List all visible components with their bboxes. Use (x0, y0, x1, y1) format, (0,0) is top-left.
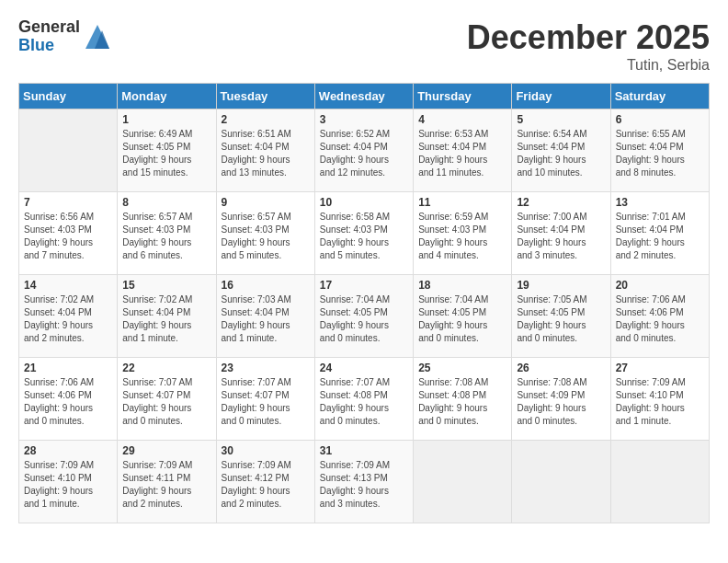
day-number: 22 (122, 362, 210, 374)
day-number: 25 (418, 362, 506, 374)
day-info: Sunrise: 6:57 AM Sunset: 4:03 PM Dayligh… (122, 211, 210, 262)
logo-icon (84, 23, 111, 51)
calendar-cell: 28Sunrise: 7:09 AM Sunset: 4:10 PM Dayli… (19, 441, 118, 523)
calendar-cell: 5Sunrise: 6:54 AM Sunset: 4:04 PM Daylig… (512, 109, 610, 192)
day-info: Sunrise: 7:07 AM Sunset: 4:07 PM Dayligh… (122, 376, 210, 428)
calendar-cell: 31Sunrise: 7:09 AM Sunset: 4:13 PM Dayli… (314, 441, 413, 523)
calendar-cell: 9Sunrise: 6:57 AM Sunset: 4:03 PM Daylig… (216, 192, 314, 275)
title-block: December 2025 Tutin, Serbia (467, 18, 710, 74)
day-number: 18 (418, 279, 506, 292)
calendar-cell: 18Sunrise: 7:04 AM Sunset: 4:05 PM Dayli… (414, 275, 512, 358)
day-info: Sunrise: 6:49 AM Sunset: 4:05 PM Dayligh… (122, 128, 210, 179)
calendar-cell: 16Sunrise: 7:03 AM Sunset: 4:04 PM Dayli… (216, 275, 314, 358)
calendar-table: SundayMondayTuesdayWednesdayThursdayFrid… (18, 83, 710, 523)
day-number: 16 (222, 279, 310, 292)
day-number: 27 (616, 362, 704, 374)
day-info: Sunrise: 6:52 AM Sunset: 4:04 PM Dayligh… (320, 128, 408, 179)
month-title: December 2025 (467, 18, 710, 57)
calendar-week-row: 21Sunrise: 7:06 AM Sunset: 4:06 PM Dayli… (19, 358, 710, 441)
calendar-week-row: 7Sunrise: 6:56 AM Sunset: 4:03 PM Daylig… (19, 192, 710, 275)
day-info: Sunrise: 7:06 AM Sunset: 4:06 PM Dayligh… (616, 293, 704, 345)
day-info: Sunrise: 7:09 AM Sunset: 4:12 PM Dayligh… (222, 459, 310, 511)
day-number: 1 (122, 113, 210, 126)
day-number: 14 (24, 279, 112, 292)
logo-general-text: General (18, 18, 80, 37)
day-info: Sunrise: 6:53 AM Sunset: 4:04 PM Dayligh… (418, 128, 506, 179)
day-number: 15 (122, 279, 210, 292)
calendar-cell: 8Sunrise: 6:57 AM Sunset: 4:03 PM Daylig… (118, 192, 216, 275)
day-number: 9 (222, 196, 310, 209)
calendar-cell (19, 109, 118, 192)
day-info: Sunrise: 7:09 AM Sunset: 4:10 PM Dayligh… (616, 376, 704, 428)
day-info: Sunrise: 7:08 AM Sunset: 4:09 PM Dayligh… (517, 376, 605, 428)
day-number: 8 (122, 196, 210, 209)
calendar-cell: 4Sunrise: 6:53 AM Sunset: 4:04 PM Daylig… (414, 109, 512, 192)
calendar-cell: 12Sunrise: 7:00 AM Sunset: 4:04 PM Dayli… (512, 192, 610, 275)
day-number: 21 (24, 362, 112, 374)
day-info: Sunrise: 7:00 AM Sunset: 4:04 PM Dayligh… (517, 211, 605, 262)
day-number: 13 (616, 196, 704, 209)
calendar-cell: 20Sunrise: 7:06 AM Sunset: 4:06 PM Dayli… (610, 275, 709, 358)
day-number: 11 (418, 196, 506, 209)
calendar-cell: 29Sunrise: 7:09 AM Sunset: 4:11 PM Dayli… (118, 441, 216, 523)
day-number: 26 (517, 362, 605, 374)
day-info: Sunrise: 7:04 AM Sunset: 4:05 PM Dayligh… (320, 293, 408, 345)
calendar-cell: 25Sunrise: 7:08 AM Sunset: 4:08 PM Dayli… (414, 358, 512, 441)
calendar-week-row: 14Sunrise: 7:02 AM Sunset: 4:04 PM Dayli… (19, 275, 710, 358)
calendar-cell (610, 441, 709, 523)
day-info: Sunrise: 7:08 AM Sunset: 4:08 PM Dayligh… (418, 376, 506, 428)
calendar-cell: 10Sunrise: 6:58 AM Sunset: 4:03 PM Dayli… (314, 192, 413, 275)
day-info: Sunrise: 6:54 AM Sunset: 4:04 PM Dayligh… (517, 128, 605, 179)
logo: General Blue (18, 18, 111, 55)
day-number: 24 (320, 362, 408, 374)
day-number: 29 (122, 444, 210, 457)
calendar-cell: 24Sunrise: 7:07 AM Sunset: 4:08 PM Dayli… (314, 358, 413, 441)
logo-blue-text: Blue (18, 37, 80, 55)
calendar-cell: 11Sunrise: 6:59 AM Sunset: 4:03 PM Dayli… (414, 192, 512, 275)
day-number: 31 (320, 444, 408, 457)
location: Tutin, Serbia (467, 57, 710, 74)
calendar-cell: 30Sunrise: 7:09 AM Sunset: 4:12 PM Dayli… (216, 441, 314, 523)
calendar-cell: 15Sunrise: 7:02 AM Sunset: 4:04 PM Dayli… (118, 275, 216, 358)
day-number: 4 (418, 113, 506, 126)
day-number: 3 (320, 113, 408, 126)
day-number: 12 (517, 196, 605, 209)
day-number: 6 (616, 113, 704, 126)
day-info: Sunrise: 7:03 AM Sunset: 4:04 PM Dayligh… (222, 293, 310, 345)
day-info: Sunrise: 7:05 AM Sunset: 4:05 PM Dayligh… (517, 293, 605, 345)
day-info: Sunrise: 6:58 AM Sunset: 4:03 PM Dayligh… (320, 211, 408, 262)
day-number: 2 (222, 113, 310, 126)
day-info: Sunrise: 7:09 AM Sunset: 4:11 PM Dayligh… (122, 459, 210, 511)
day-number: 20 (616, 279, 704, 292)
day-info: Sunrise: 7:06 AM Sunset: 4:06 PM Dayligh… (24, 376, 112, 428)
day-info: Sunrise: 6:57 AM Sunset: 4:03 PM Dayligh… (222, 211, 310, 262)
calendar-cell: 14Sunrise: 7:02 AM Sunset: 4:04 PM Dayli… (19, 275, 118, 358)
calendar-cell: 7Sunrise: 6:56 AM Sunset: 4:03 PM Daylig… (19, 192, 118, 275)
day-info: Sunrise: 7:07 AM Sunset: 4:08 PM Dayligh… (320, 376, 408, 428)
header-monday: Monday (118, 84, 216, 109)
day-info: Sunrise: 7:01 AM Sunset: 4:04 PM Dayligh… (616, 211, 704, 262)
day-info: Sunrise: 7:07 AM Sunset: 4:07 PM Dayligh… (222, 376, 310, 428)
calendar-cell (414, 441, 512, 523)
calendar-cell: 27Sunrise: 7:09 AM Sunset: 4:10 PM Dayli… (610, 358, 709, 441)
calendar-cell: 19Sunrise: 7:05 AM Sunset: 4:05 PM Dayli… (512, 275, 610, 358)
page-header: General Blue December 2025 Tutin, Serbia (18, 18, 710, 74)
header-thursday: Thursday (414, 84, 512, 109)
day-number: 5 (517, 113, 605, 126)
calendar-week-row: 1Sunrise: 6:49 AM Sunset: 4:05 PM Daylig… (19, 109, 710, 192)
calendar-cell: 13Sunrise: 7:01 AM Sunset: 4:04 PM Dayli… (610, 192, 709, 275)
header-sunday: Sunday (19, 84, 118, 109)
day-number: 28 (24, 444, 112, 457)
calendar-cell: 3Sunrise: 6:52 AM Sunset: 4:04 PM Daylig… (314, 109, 413, 192)
day-number: 23 (222, 362, 310, 374)
calendar-week-row: 28Sunrise: 7:09 AM Sunset: 4:10 PM Dayli… (19, 441, 710, 523)
day-number: 17 (320, 279, 408, 292)
calendar-cell: 17Sunrise: 7:04 AM Sunset: 4:05 PM Dayli… (314, 275, 413, 358)
header-wednesday: Wednesday (314, 84, 413, 109)
header-friday: Friday (512, 84, 610, 109)
calendar-cell: 1Sunrise: 6:49 AM Sunset: 4:05 PM Daylig… (118, 109, 216, 192)
calendar-cell: 2Sunrise: 6:51 AM Sunset: 4:04 PM Daylig… (216, 109, 314, 192)
day-info: Sunrise: 6:59 AM Sunset: 4:03 PM Dayligh… (418, 211, 506, 262)
header-tuesday: Tuesday (216, 84, 314, 109)
day-info: Sunrise: 7:02 AM Sunset: 4:04 PM Dayligh… (24, 293, 112, 345)
